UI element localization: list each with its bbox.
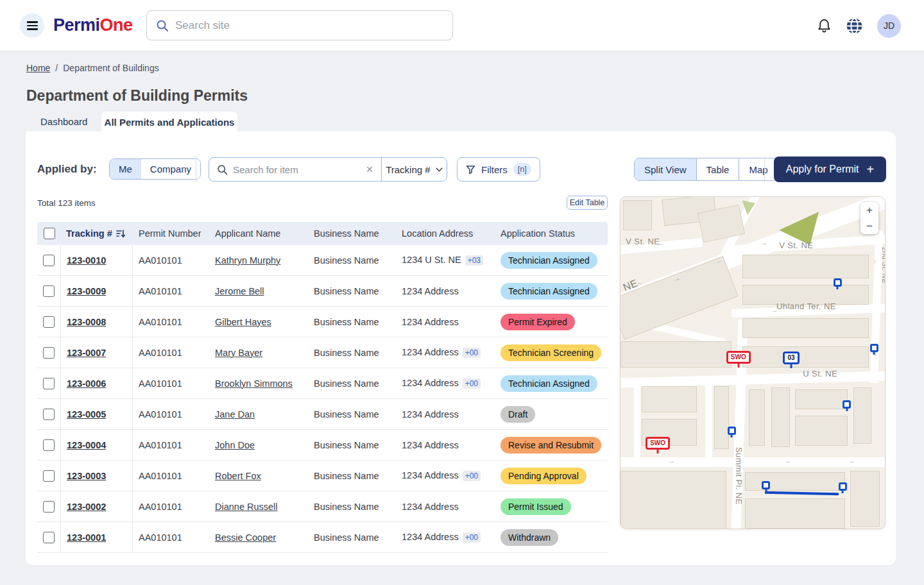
map-panel[interactable]: ← → ← → ← → → → → ↓ ↓ V St. NE V St. NE …: [620, 196, 886, 529]
row-checkbox[interactable]: [43, 378, 55, 389]
tracking-link[interactable]: 123-0009: [67, 286, 106, 296]
column-header-status[interactable]: Application Status: [495, 228, 608, 239]
site-search-input[interactable]: [175, 19, 443, 32]
applicant-link[interactable]: Jerome Bell: [215, 286, 264, 296]
column-header-business[interactable]: Business Name: [308, 228, 396, 239]
breadcrumb: Home/Department of Buildings: [26, 63, 159, 73]
address-count-badge[interactable]: +00: [463, 532, 481, 543]
tracking-cell: 123-0002: [61, 491, 133, 521]
applicant-link[interactable]: Bessie Cooper: [215, 532, 276, 543]
applicant-cell: Bessie Cooper: [209, 532, 308, 543]
map-pin-icon[interactable]: [870, 344, 878, 352]
tab-all-permits[interactable]: All Permits and Applications: [101, 112, 237, 132]
location-address: 1234 Address+00: [396, 347, 495, 358]
clear-search-icon[interactable]: ✕: [366, 164, 373, 174]
filters-button[interactable]: Filters [n]: [457, 157, 540, 182]
zoom-out-button[interactable]: −: [860, 218, 878, 234]
applicant-link[interactable]: John Doe: [215, 440, 255, 450]
map-swo-marker[interactable]: SWO: [726, 351, 751, 364]
street-label: 2nd St. NE: [881, 247, 886, 284]
apply-for-permit-button[interactable]: Apply for Permit +: [774, 157, 886, 182]
row-checkbox[interactable]: [43, 409, 55, 420]
tracking-cell: 123-0010: [61, 245, 133, 275]
applied-by-me-option[interactable]: Me: [110, 159, 141, 179]
tracking-link[interactable]: 123-0007: [67, 348, 106, 358]
row-checkbox[interactable]: [43, 532, 55, 543]
row-checkbox[interactable]: [43, 501, 55, 513]
applicant-link[interactable]: Brooklyn Simmons: [215, 378, 293, 389]
edit-table-button[interactable]: Edit Table: [567, 196, 608, 210]
applicant-link[interactable]: Mary Bayer: [215, 348, 262, 358]
user-avatar[interactable]: JD: [877, 14, 901, 38]
map-pin-icon[interactable]: [762, 481, 770, 489]
search-icon: [217, 164, 228, 175]
table-row: 123-0002AA010101Dianne RussellBusiness N…: [37, 491, 608, 522]
view-map-option[interactable]: Map: [739, 158, 777, 180]
road-arrow: ↓: [873, 257, 877, 264]
address-count-badge[interactable]: +03: [465, 255, 483, 266]
tracking-link[interactable]: 123-0005: [67, 409, 106, 420]
row-checkbox[interactable]: [43, 285, 55, 297]
hamburger-menu-button[interactable]: [20, 13, 44, 38]
tracking-link[interactable]: 123-0004: [67, 440, 106, 450]
column-header-permit[interactable]: Permit Number: [133, 228, 209, 239]
select-all-cell: [37, 222, 61, 245]
row-checkbox[interactable]: [43, 316, 55, 328]
map-pin-icon[interactable]: [839, 482, 847, 491]
view-table-option[interactable]: Table: [696, 158, 739, 180]
location-address: 1234 Address: [396, 440, 495, 450]
location-address: 1234 Address: [396, 502, 495, 512]
zoom-in-button[interactable]: +: [860, 202, 878, 218]
address-count-badge[interactable]: +00: [463, 348, 481, 358]
status-badge: Technician Assigned: [501, 375, 597, 392]
column-header-applicant[interactable]: Applicant Name: [209, 228, 308, 239]
address-count-badge[interactable]: +00: [463, 471, 481, 481]
total-items-label: Total 123 items: [37, 198, 96, 208]
permit-number: AA010101: [133, 317, 209, 327]
tab-dashboard[interactable]: Dashboard: [40, 116, 87, 127]
map-pin-icon[interactable]: [843, 400, 851, 409]
tracking-link[interactable]: 123-0006: [67, 378, 106, 389]
map-building: [850, 471, 879, 527]
tracking-link[interactable]: 123-0001: [67, 532, 106, 543]
permit-number: AA010101: [133, 255, 209, 266]
app-logo[interactable]: PermiOne: [53, 15, 133, 35]
row-checkbox[interactable]: [43, 255, 55, 266]
table-row: 123-0005AA010101Jane DanBusiness Name123…: [37, 399, 608, 430]
applicant-link[interactable]: Kathryn Murphy: [215, 255, 280, 266]
column-header-tracking[interactable]: Tracking #: [61, 228, 133, 239]
filter-funnel-icon: [466, 165, 475, 174]
search-category-select[interactable]: Tracking #: [381, 158, 447, 181]
row-checkbox[interactable]: [43, 439, 55, 451]
map-unit-marker[interactable]: 03: [783, 352, 799, 364]
tracking-link[interactable]: 123-0010: [67, 255, 106, 266]
row-checkbox[interactable]: [43, 347, 55, 359]
view-split-option[interactable]: Split View: [635, 158, 696, 180]
tracking-link[interactable]: 123-0002: [67, 502, 106, 512]
map-swo-marker[interactable]: SWO: [646, 437, 670, 450]
applicant-link[interactable]: Robert Fox: [215, 471, 261, 481]
applicant-link[interactable]: Dianne Russell: [215, 502, 278, 512]
applicant-link[interactable]: Gilbert Hayes: [215, 317, 271, 327]
row-checkbox[interactable]: [43, 470, 55, 482]
status-cell: Permit Issued: [495, 498, 608, 515]
select-all-checkbox[interactable]: [44, 228, 55, 239]
map-pin-icon[interactable]: [728, 427, 736, 435]
item-search-input[interactable]: [233, 164, 361, 175]
applied-by-company-option[interactable]: Company: [141, 159, 200, 179]
map-pin-icon[interactable]: [834, 278, 842, 287]
notifications-button[interactable]: [817, 18, 832, 34]
tracking-link[interactable]: 123-0008: [67, 317, 106, 327]
logo-text-permi: Permi: [53, 15, 100, 35]
applicant-link[interactable]: Jane Dan: [215, 409, 255, 420]
map-building: [853, 387, 872, 444]
view-mode-toggle: Split View Table Map: [634, 158, 778, 181]
tracking-link[interactable]: 123-0003: [67, 471, 106, 481]
address-count-badge[interactable]: +00: [463, 378, 481, 389]
applicant-cell: Mary Bayer: [209, 348, 308, 358]
breadcrumb-home-link[interactable]: Home: [26, 63, 50, 73]
column-header-address[interactable]: Location Address: [396, 228, 495, 239]
sort-icon: [116, 229, 125, 238]
applicant-cell: Dianne Russell: [209, 502, 308, 512]
language-button[interactable]: [846, 17, 863, 35]
